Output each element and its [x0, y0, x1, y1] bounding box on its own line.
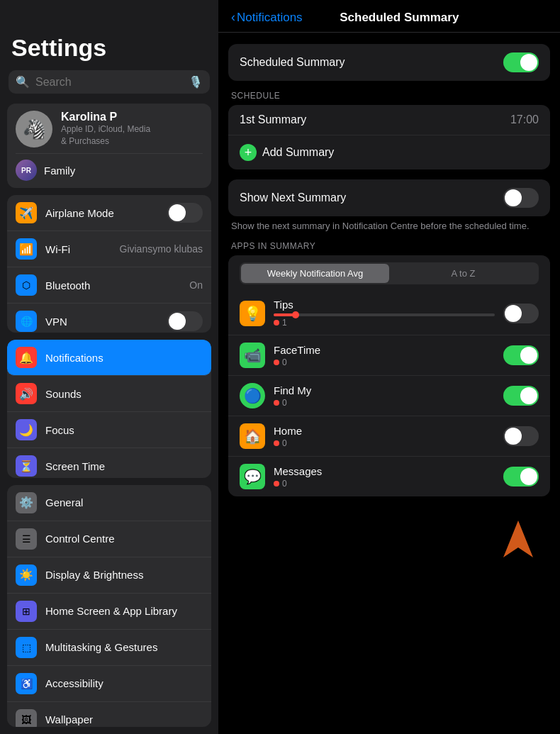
facetime-badge: 0 — [274, 357, 495, 367]
findmy-badge-dot — [274, 400, 279, 406]
findmy-toggle[interactable] — [503, 386, 539, 406]
tips-badge-count: 1 — [282, 318, 287, 328]
messages-icon: 💬 — [240, 464, 265, 489]
findmy-icon: 🔵 — [240, 383, 265, 408]
sidebar-title: Settings — [0, 0, 218, 70]
app-row-findmy[interactable]: 🔵 Find My 0 — [228, 376, 550, 416]
control-centre-icon: ☰ — [16, 528, 37, 550]
home-screen-icon: ⊞ — [16, 601, 37, 622]
notifications-icon: 🔔 — [16, 347, 37, 368]
findmy-badge: 0 — [274, 398, 495, 408]
schedule-card: 1st Summary 17:00 + Add Summary — [228, 105, 550, 169]
back-button[interactable]: ‹ Notifications — [231, 10, 303, 25]
sidebar-item-display-brightness[interactable]: ☀️ Display & Brightness — [7, 557, 211, 594]
family-label: Family — [44, 165, 75, 177]
scheduled-summary-label: Scheduled Summary — [240, 56, 495, 69]
content-area: Scheduled Summary SCHEDULE 1st Summary 1… — [218, 33, 560, 734]
notifications-label: Notifications — [45, 352, 203, 364]
sidebar-item-screen-time[interactable]: ⏳ Screen Time — [7, 448, 211, 477]
sidebar-item-general[interactable]: ⚙️ General — [7, 485, 211, 521]
first-summary-time: 17:00 — [510, 113, 539, 126]
add-icon: + — [240, 144, 257, 161]
screen-time-icon: ⏳ — [16, 455, 37, 477]
apps-section: APPS IN SUMMARY Weekly Notification Avg … — [228, 241, 550, 496]
tips-badge-dot — [274, 320, 279, 326]
show-next-summary-row[interactable]: Show Next Summary — [228, 179, 550, 216]
sidebar-item-bluetooth[interactable]: ⬡ Bluetooth On — [7, 267, 211, 304]
findmy-badge-count: 0 — [282, 398, 287, 408]
show-next-summary-card: Show Next Summary — [228, 179, 550, 216]
sounds-label: Sounds — [45, 388, 203, 400]
family-row[interactable]: PR Family — [16, 153, 203, 181]
show-next-summary-label: Show Next Summary — [240, 191, 495, 204]
sort-tab-atoz[interactable]: A to Z — [389, 264, 537, 283]
first-summary-label: 1st Summary — [240, 113, 502, 126]
add-summary-button[interactable]: + Add Summary — [228, 135, 550, 169]
connectivity-group: ✈️ Airplane Mode 📶 Wi-Fi Giviansymo klub… — [7, 195, 211, 333]
home-badge: 0 — [274, 438, 495, 448]
home-screen-label: Home Screen & App Library — [45, 605, 203, 617]
vpn-label: VPN — [45, 316, 159, 328]
wifi-icon: 📶 — [16, 238, 37, 260]
show-next-helper-text: Show the next summary in Notification Ce… — [228, 221, 550, 231]
avatar: 🦓 — [16, 111, 52, 148]
search-bar[interactable]: 🔍 🎙️ — [9, 70, 210, 94]
wallpaper-icon: 🖼 — [16, 709, 37, 727]
tips-progress — [274, 313, 495, 316]
app-row-facetime[interactable]: 📹 FaceTime 0 — [228, 335, 550, 376]
mic-icon: 🎙️ — [189, 75, 203, 89]
sidebar-item-focus[interactable]: 🌙 Focus — [7, 412, 211, 448]
sidebar-item-wallpaper[interactable]: 🖼 Wallpaper — [7, 702, 211, 727]
profile-section[interactable]: 🦓 Karolina P Apple ID, iCloud, Media& Pu… — [7, 104, 211, 188]
profile-name: Karolina P — [61, 111, 150, 123]
sidebar-item-notifications[interactable]: 🔔 Notifications — [7, 340, 211, 376]
airplane-toggle[interactable] — [167, 203, 203, 223]
focus-label: Focus — [45, 424, 203, 436]
scheduled-summary-row[interactable]: Scheduled Summary — [228, 44, 550, 81]
sidebar-item-sounds[interactable]: 🔊 Sounds — [7, 376, 211, 412]
search-input[interactable] — [35, 76, 183, 89]
sidebar-item-wifi[interactable]: 📶 Wi-Fi Giviansymo klubas — [7, 231, 211, 267]
schedule-section: SCHEDULE 1st Summary 17:00 + Add Summary — [228, 91, 550, 169]
sidebar-item-home-screen[interactable]: ⊞ Home Screen & App Library — [7, 594, 211, 630]
wifi-value: Giviansymo klubas — [120, 243, 203, 255]
app-row-messages[interactable]: 💬 Messages 0 — [228, 457, 550, 496]
sort-tab-weekly[interactable]: Weekly Notification Avg — [241, 264, 389, 283]
home-badge-count: 0 — [282, 438, 287, 448]
focus-icon: 🌙 — [16, 419, 37, 440]
bluetooth-value: On — [189, 279, 203, 291]
vpn-toggle[interactable] — [167, 311, 203, 331]
messages-toggle[interactable] — [503, 467, 539, 486]
search-icon: 🔍 — [16, 75, 30, 89]
app-row-tips[interactable]: 💡 Tips 1 — [228, 291, 550, 335]
facetime-toggle[interactable] — [503, 345, 539, 365]
app-row-home[interactable]: 🏠 Home 0 — [228, 416, 550, 457]
wallpaper-label: Wallpaper — [45, 713, 203, 725]
display-icon: ☀️ — [16, 565, 37, 586]
top-nav: ‹ Notifications Scheduled Summary — [218, 0, 560, 33]
home-toggle[interactable] — [503, 426, 539, 446]
sidebar-item-multitasking[interactable]: ⬚ Multitasking & Gestures — [7, 630, 211, 666]
sidebar-item-control-centre[interactable]: ☰ Control Centre — [7, 521, 211, 557]
findmy-name: Find My — [274, 384, 495, 396]
tips-toggle[interactable] — [503, 304, 539, 323]
show-next-summary-toggle[interactable] — [503, 188, 539, 208]
display-label: Display & Brightness — [45, 569, 203, 581]
first-summary-row[interactable]: 1st Summary 17:00 — [228, 105, 550, 135]
wifi-label: Wi-Fi — [45, 243, 111, 255]
bluetooth-label: Bluetooth — [45, 279, 181, 291]
facetime-name: FaceTime — [274, 344, 495, 356]
general-group: ⚙️ General ☰ Control Centre ☀️ Display &… — [7, 485, 211, 727]
control-centre-label: Control Centre — [45, 533, 203, 545]
back-chevron-icon: ‹ — [231, 10, 235, 25]
sidebar-item-accessibility[interactable]: ♿ Accessibility — [7, 666, 211, 702]
apps-card: Weekly Notification Avg A to Z 💡 Tips — [228, 255, 550, 496]
sidebar-item-airplane[interactable]: ✈️ Airplane Mode — [7, 195, 211, 231]
vpn-icon: 🌐 — [16, 311, 37, 332]
multitasking-label: Multitasking & Gestures — [45, 641, 203, 653]
multitasking-icon: ⬚ — [16, 637, 37, 658]
sort-tabs: Weekly Notification Avg A to Z — [240, 262, 539, 284]
scheduled-summary-toggle[interactable] — [503, 52, 539, 72]
sidebar-item-vpn[interactable]: 🌐 VPN — [7, 304, 211, 333]
scroll-indicator — [228, 506, 550, 572]
